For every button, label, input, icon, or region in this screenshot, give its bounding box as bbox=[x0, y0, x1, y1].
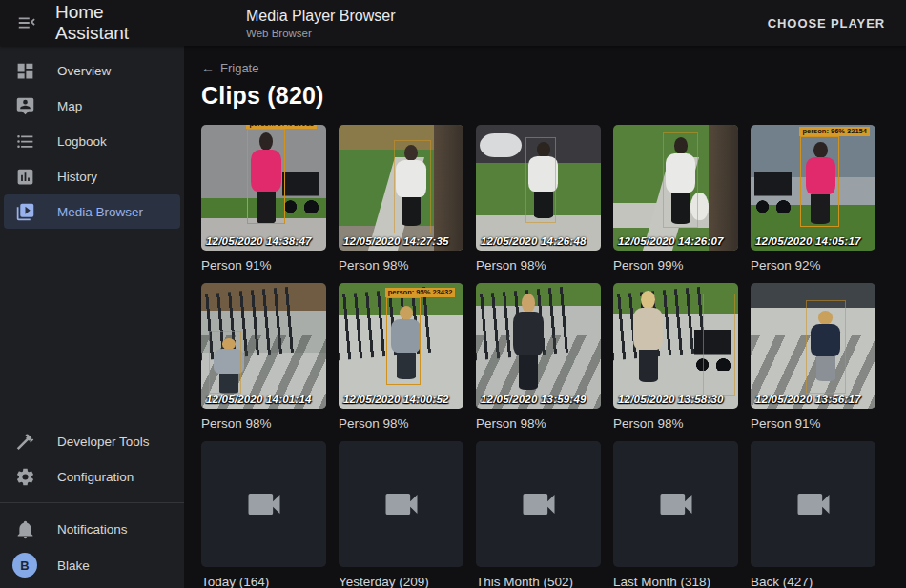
cog-icon bbox=[4, 467, 46, 487]
page-title: Clips (820) bbox=[201, 82, 906, 110]
sidebar-item-logbook[interactable]: Logbook bbox=[4, 124, 180, 158]
clip-thumbnail[interactable]: 12/05/2020 13:58:30 bbox=[613, 283, 738, 409]
chart-box-icon bbox=[4, 167, 46, 187]
sidebar-item-notifications[interactable]: Notifications bbox=[4, 512, 180, 546]
user-name: Blake bbox=[57, 558, 90, 573]
clip-timestamp: 12/05/2020 14:05:17 bbox=[755, 235, 861, 247]
view-dashboard-icon bbox=[4, 61, 46, 81]
folder-label: This Month (502) bbox=[476, 575, 601, 588]
clip-thumbnail[interactable]: 12/05/2020 13:56:17 bbox=[751, 283, 875, 409]
folder-label: Last Month (318) bbox=[613, 575, 738, 588]
sidebar-lower: Developer Tools Configuration Notificati… bbox=[0, 423, 184, 584]
detection-box bbox=[394, 140, 431, 233]
stroller-shape bbox=[282, 171, 319, 213]
sidebar-item-history[interactable]: History bbox=[4, 159, 180, 193]
clip-label: Person 99% bbox=[613, 258, 738, 273]
clip-thumbnail[interactable]: 12/05/2020 13:59:49 bbox=[476, 283, 601, 409]
sidebar-item-label: Overview bbox=[57, 64, 111, 78]
folder-cell-yesterday-209-: Yesterday (209) bbox=[339, 441, 463, 588]
folder-tile[interactable] bbox=[751, 441, 875, 567]
clip-thumbnail[interactable]: 12/05/2020 14:26:07 bbox=[613, 125, 738, 251]
menu-open-icon bbox=[16, 12, 37, 33]
stroller-shape bbox=[754, 171, 792, 213]
detection-box bbox=[663, 132, 698, 228]
detection-box-label: person: 97% 29988 bbox=[246, 125, 317, 129]
clip-label: Person 92% bbox=[751, 258, 875, 273]
sidebar-item-configuration[interactable]: Configuration bbox=[4, 459, 180, 494]
hammer-icon bbox=[4, 432, 46, 452]
clip-timestamp: 12/05/2020 14:26:07 bbox=[618, 235, 724, 247]
sidebar-item-label: Developer Tools bbox=[57, 435, 150, 449]
clip-timestamp: 12/05/2020 14:26:48 bbox=[481, 235, 587, 247]
folder-tile[interactable] bbox=[476, 441, 601, 567]
clip-thumbnail[interactable]: 12/05/2020 14:27:35 bbox=[339, 125, 463, 251]
detection-box bbox=[806, 300, 846, 394]
clip-timestamp: 12/05/2020 13:56:17 bbox=[755, 394, 861, 405]
sidebar-item-developer-tools[interactable]: Developer Tools bbox=[4, 424, 180, 458]
porch-shape bbox=[434, 125, 463, 251]
clip-cell: 12/05/2020 13:58:30 Person 98% bbox=[613, 283, 738, 441]
folder-tile[interactable] bbox=[201, 441, 326, 567]
main-content: ← Frigate Clips (820) person: 97% 29988 … bbox=[184, 46, 906, 588]
page-header-title: Media Player Browser bbox=[246, 7, 396, 26]
page-header-subtitle: Web Browser bbox=[246, 27, 396, 40]
clip-thumbnail[interactable]: 12/05/2020 14:01:14 bbox=[201, 283, 326, 409]
sidebar-item-media-browser[interactable]: Media Browser bbox=[4, 194, 180, 229]
clip-cell: 12/05/2020 14:01:14 Person 98% bbox=[201, 283, 326, 441]
folder-tile[interactable] bbox=[339, 441, 463, 567]
video-camera-icon bbox=[381, 483, 422, 525]
clip-thumbnail[interactable]: person: 96% 32154 12/05/2020 14:05:17 bbox=[751, 125, 875, 251]
back-arrow-icon: ← bbox=[201, 60, 215, 75]
clip-cell: 12/05/2020 14:26:07 Person 99% bbox=[613, 125, 738, 283]
person-figure bbox=[633, 291, 663, 381]
sidebar-nav: Overview Map Logbook History Media Brows… bbox=[0, 46, 184, 229]
clip-timestamp: 12/05/2020 13:58:30 bbox=[618, 394, 724, 405]
folder-cell-this-month-502-: This Month (502) bbox=[476, 441, 601, 588]
top-app-bar: Home Assistant Media Player Browser Web … bbox=[0, 0, 906, 46]
back-link-label: Frigate bbox=[220, 61, 258, 75]
clip-thumbnail[interactable]: person: 95% 23432 12/05/2020 14:00:52 bbox=[339, 283, 463, 409]
sidebar-footer-nav: Developer Tools Configuration bbox=[0, 424, 184, 494]
user-profile-button[interactable]: B Blake bbox=[4, 547, 180, 583]
sidebar-item-label: Media Browser bbox=[57, 205, 143, 219]
folder-label: Today (164) bbox=[201, 575, 326, 588]
format-list-bulleted-icon bbox=[4, 132, 46, 152]
media-grid: person: 97% 29988 12/05/2020 14:38:47 Pe… bbox=[201, 125, 906, 588]
car-shape bbox=[480, 133, 523, 157]
folder-tile[interactable] bbox=[613, 441, 738, 567]
tooltip-account-icon bbox=[4, 96, 46, 116]
sidebar-divider bbox=[0, 502, 184, 503]
clip-thumbnail[interactable]: person: 97% 29988 12/05/2020 14:38:47 bbox=[201, 125, 326, 251]
clip-cell: person: 96% 32154 12/05/2020 14:05:17 Pe… bbox=[751, 125, 875, 283]
porch-shape bbox=[709, 125, 738, 251]
clip-timestamp: 12/05/2020 14:38:47 bbox=[206, 235, 312, 247]
clip-cell: person: 95% 23432 12/05/2020 14:00:52 Pe… bbox=[339, 283, 463, 441]
sidebar: Overview Map Logbook History Media Brows… bbox=[0, 46, 184, 588]
clip-thumbnail[interactable]: 12/05/2020 14:26:48 bbox=[476, 125, 601, 251]
clip-label: Person 91% bbox=[201, 258, 326, 273]
choose-player-button[interactable]: CHOOSE PLAYER bbox=[762, 0, 891, 46]
sidebar-item-overview[interactable]: Overview bbox=[4, 53, 180, 88]
sidebar-item-label: Logbook bbox=[57, 134, 107, 149]
sidebar-item-label: Map bbox=[57, 99, 82, 113]
back-link[interactable]: ← Frigate bbox=[201, 46, 258, 75]
sidebar-notifications-slot: Notifications bbox=[0, 512, 184, 546]
folder-cell-today-164-: Today (164) bbox=[201, 441, 326, 588]
clip-cell: 12/05/2020 14:26:48 Person 98% bbox=[476, 125, 601, 283]
sidebar-toggle-button[interactable] bbox=[4, 0, 50, 46]
detection-box bbox=[703, 294, 735, 396]
clip-label: Person 98% bbox=[476, 416, 601, 431]
detection-box bbox=[525, 137, 555, 223]
video-camera-icon bbox=[655, 483, 697, 525]
clip-label: Person 98% bbox=[339, 416, 463, 431]
clip-timestamp: 12/05/2020 13:59:49 bbox=[481, 394, 587, 405]
user-avatar: B bbox=[12, 553, 37, 578]
sidebar-item-map[interactable]: Map bbox=[4, 89, 180, 123]
header-title-block: Media Player Browser Web Browser bbox=[246, 7, 396, 40]
video-camera-icon bbox=[793, 483, 834, 525]
clip-cell: 12/05/2020 13:56:17 Person 91% bbox=[751, 283, 875, 441]
detection-box: person: 96% 32154 bbox=[800, 136, 839, 227]
sidebar-item-label: Configuration bbox=[57, 470, 134, 484]
folder-label: Back (427) bbox=[751, 575, 875, 588]
folder-cell-back-427-: Back (427) bbox=[751, 441, 875, 588]
